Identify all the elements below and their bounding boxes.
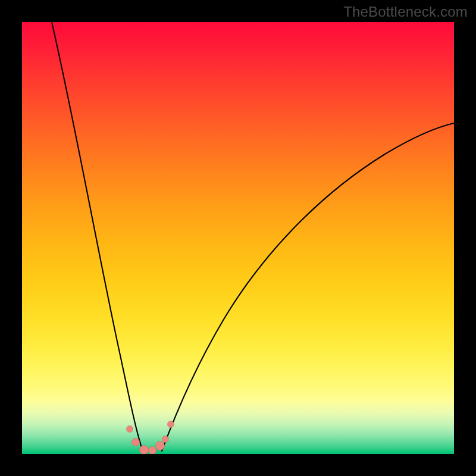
- marker-dot: [140, 446, 149, 455]
- marker-dot: [162, 436, 169, 443]
- marker-dot: [149, 447, 156, 455]
- watermark-text: TheBottleneck.com: [343, 4, 468, 20]
- right-curve: [162, 123, 454, 451]
- chart-frame: TheBottleneck.com: [0, 0, 476, 476]
- left-curve: [52, 22, 143, 451]
- plot-area: [22, 22, 454, 454]
- marker-dot: [127, 426, 133, 433]
- curve-layer: [22, 22, 454, 454]
- marker-dot: [168, 421, 174, 428]
- marker-cluster: [127, 421, 174, 455]
- marker-dot: [132, 439, 140, 446]
- marker-dot: [156, 441, 165, 450]
